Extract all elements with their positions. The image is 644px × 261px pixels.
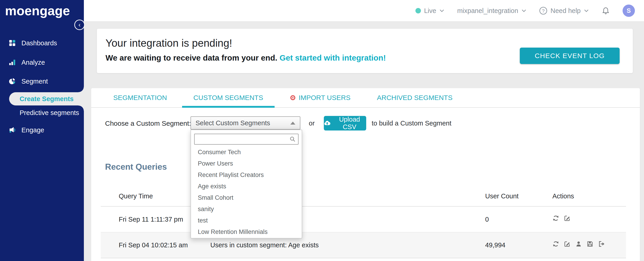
export-icon[interactable] (598, 241, 605, 247)
save-icon[interactable] (586, 241, 594, 247)
choose-segment-label: Choose a Custom Segment: (105, 120, 191, 127)
row-actions (552, 241, 605, 247)
dropdown-search (194, 134, 298, 145)
tab-custom-segments[interactable]: CUSTOM SEGMENTS (194, 88, 263, 107)
sidebar-item-segment[interactable]: Segment (0, 74, 84, 89)
question-circle-icon: ? (539, 6, 548, 15)
column-header-user-count: User Count (485, 193, 519, 200)
column-header-actions: Actions (552, 193, 574, 200)
sidebar-item-label: Analyze (22, 59, 45, 66)
topbar: Live mixpanel_integration ? Need help S (84, 0, 644, 22)
need-help-menu[interactable]: ? Need help (539, 6, 589, 15)
tab-import-users[interactable]: IMPORT USERS (290, 88, 350, 107)
cloud-upload-icon (324, 120, 330, 127)
row-actions (552, 215, 570, 222)
table-row: Fri Sep 11 1:11:37 pm 0 (101, 207, 626, 232)
dropdown-option[interactable]: sanity (191, 203, 302, 215)
dashboards-icon (9, 39, 16, 47)
query-time-cell: Fri Sep 04 10:02:15 am (119, 242, 188, 249)
red-target-dot-icon (290, 94, 296, 101)
chevron-down-icon (584, 9, 589, 12)
tab-label: IMPORT USERS (299, 94, 350, 102)
sidebar-item-label: Dashboards (22, 39, 57, 47)
dropdown-option[interactable]: Low Retention Millennials (191, 226, 302, 238)
svg-text:?: ? (542, 8, 545, 13)
banner-title: Your integration is pending! (106, 37, 232, 49)
search-icon (290, 136, 296, 142)
tab-label: ARCHIVED SEGMENTS (377, 94, 452, 102)
check-event-log-button[interactable]: CHECK EVENT LOG (520, 48, 620, 64)
sidebar: moengage ‹ Dashboards Analyze Segment Cr… (0, 0, 84, 261)
tab-label: SEGMENTATION (113, 94, 167, 102)
build-segment-suffix-text: to build a Custom Segment (372, 120, 452, 127)
analyze-icon (9, 59, 16, 66)
banner-subtitle: We are waiting to receive data from your… (106, 53, 386, 62)
pill-corner-top (78, 87, 84, 92)
engage-icon (9, 126, 16, 134)
chevron-down-icon (522, 9, 526, 12)
refresh-icon[interactable] (552, 241, 559, 247)
workspace-selector[interactable]: mixpanel_integration (457, 7, 526, 14)
table-divider (101, 258, 626, 258)
upload-csv-button[interactable]: Upload CSV (324, 116, 366, 130)
sidebar-item-label: Segment (22, 78, 48, 85)
sidebar-item-analyze[interactable]: Analyze (0, 55, 84, 70)
sidebar-item-create-segments[interactable]: Create Segments (9, 92, 84, 105)
workspace-label: mixpanel_integration (457, 7, 518, 14)
table-row: Fri Sep 04 10:02:15 am Users in custom s… (101, 232, 626, 258)
user-count-cell: 49,994 (485, 242, 506, 249)
tab-segmentation[interactable]: SEGMENTATION (113, 88, 167, 107)
sidebar-item-label: Create Segments (20, 95, 74, 103)
chevron-down-icon (439, 9, 444, 12)
query-description-cell: Users in custom segment: Age exists (210, 242, 318, 249)
tab-label: CUSTOM SEGMENTS (194, 94, 263, 102)
dropdown-option[interactable]: Recent Playlist Creators (191, 169, 302, 181)
sidebar-item-dashboards[interactable]: Dashboards (0, 36, 84, 50)
user-avatar[interactable]: S (622, 4, 635, 17)
custom-segments-dropdown: Consumer Tech Power Users Recent Playlis… (190, 130, 302, 239)
caret-up-icon (290, 122, 295, 125)
or-text: or (309, 120, 315, 127)
environment-selector[interactable]: Live (416, 7, 444, 14)
notifications-bell-icon[interactable] (602, 6, 610, 15)
need-help-label: Need help (550, 7, 581, 14)
segment-icon (9, 78, 16, 85)
search-input[interactable] (194, 134, 298, 145)
segments-panel: SEGMENTATION CUSTOM SEGMENTS IMPORT USER… (91, 88, 640, 261)
custom-segment-select[interactable]: Select Custom Segments (190, 116, 300, 130)
query-time-cell: Fri Sep 11 1:11:37 pm (119, 216, 183, 223)
sidebar-item-label: Engage (22, 126, 44, 134)
dropdown-option[interactable]: test (191, 215, 302, 226)
banner-subtitle-text: We are waiting to receive data from your… (106, 53, 277, 62)
upload-csv-label: Upload CSV (333, 116, 366, 131)
live-status-dot (416, 8, 421, 13)
dropdown-option[interactable]: Age exists (191, 181, 302, 192)
recent-queries-title: Recent Queries (105, 162, 167, 172)
refresh-icon[interactable] (552, 215, 559, 222)
moengage-logo: moengage (5, 3, 70, 18)
edit-icon[interactable] (564, 241, 570, 247)
dropdown-option[interactable]: Small Cohort (191, 192, 302, 203)
select-value: Select Custom Segments (196, 119, 270, 127)
user-count-cell: 0 (485, 216, 489, 223)
edit-icon[interactable] (564, 215, 570, 222)
dropdown-option[interactable]: Power Users (191, 158, 302, 169)
integration-pending-banner: Your integration is pending! We are wait… (97, 29, 633, 73)
dropdown-option[interactable]: Consumer Tech (191, 146, 302, 158)
environment-label: Live (424, 7, 436, 14)
tab-archived-segments[interactable]: ARCHIVED SEGMENTS (377, 88, 452, 107)
get-started-link[interactable]: Get started with integration! (280, 53, 386, 62)
sidebar-item-label: Predictive segments (20, 109, 79, 117)
sidebar-collapse-button[interactable]: ‹ (74, 19, 85, 30)
segments-tabs: SEGMENTATION CUSTOM SEGMENTS IMPORT USER… (91, 88, 640, 108)
sidebar-item-predictive-segments[interactable]: Predictive segments (0, 105, 84, 120)
column-header-query-time: Query Time (119, 193, 153, 200)
user-icon[interactable] (575, 241, 582, 247)
sidebar-item-engage[interactable]: Engage (0, 123, 84, 137)
